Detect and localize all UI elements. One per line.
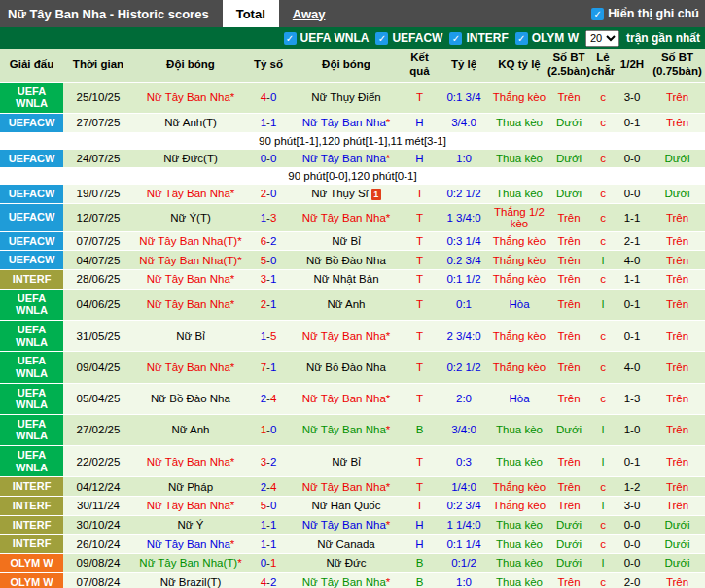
filter-checkbox-olym-w[interactable]: ✓OLYM W <box>515 31 579 45</box>
team-name: Nữ Ý <box>178 519 204 531</box>
match-date: 09/04/25 <box>63 352 133 383</box>
filter-checkbox-uefa-wnla[interactable]: ✓UEFA WNLA <box>284 31 370 45</box>
result-letter: T <box>404 321 436 352</box>
odd-even: c <box>591 113 615 132</box>
league-badge: UEFACW <box>0 185 63 204</box>
odd-even: c <box>591 572 615 588</box>
handicap-result: Thua kèo <box>492 572 546 588</box>
league-badge: OLYM W <box>0 572 63 588</box>
tab-away[interactable]: Away <box>279 0 339 27</box>
checkbox-checked-icon: ✓ <box>375 32 388 45</box>
league-badge: INTERF <box>0 515 63 535</box>
league-badge: UEFA WNLA <box>0 82 63 113</box>
filter-label: UEFACW <box>392 31 442 45</box>
away-goals: 0 <box>270 91 276 103</box>
show-notes-checkbox[interactable]: ✓ Hiển thị ghi chú <box>591 0 705 27</box>
team-name: Nữ Anh(T) <box>164 117 217 128</box>
home-team: Nữ Ý(T) <box>133 203 248 231</box>
home-team: Nữ Pháp <box>133 477 248 497</box>
column-header: 1/2H <box>615 49 650 82</box>
match-score: 0-0 <box>248 149 289 168</box>
away-team: Nữ Anh <box>289 289 404 320</box>
tracked-team-star: * <box>386 330 390 342</box>
team-name: Nữ Thụy Sĩ <box>311 188 369 199</box>
tab-total[interactable]: Total <box>223 0 279 27</box>
table-row: UEFA WNLA09/04/25Nữ Tây Ban Nha*7-1Nữ Bồ… <box>0 352 705 383</box>
odd-even: l <box>591 446 615 477</box>
tracked-team-star: * <box>237 255 241 266</box>
filter-checkbox-interf[interactable]: ✓INTERF <box>449 31 508 45</box>
home-team: Nữ Bồ Đào Nha <box>133 383 248 414</box>
result-letter: B <box>404 553 436 572</box>
match-note: 90 phút[0-0],120 phút[0-1] <box>0 168 705 185</box>
odd-even: c <box>591 535 615 554</box>
odd-even: c <box>591 515 615 535</box>
away-goals: 1 <box>270 519 276 531</box>
result-letter: H <box>404 149 436 168</box>
tracked-team-star: * <box>237 235 241 247</box>
odd-even: c <box>591 149 615 168</box>
handicap-ratio: 0:2 3/4 <box>436 497 492 516</box>
match-score: 2-4 <box>248 383 289 414</box>
away-team: Nữ Tây Ban Nha* <box>289 149 404 168</box>
checkbox-checked-icon: ✓ <box>515 32 528 45</box>
over-under-0-75: Trên <box>650 270 705 290</box>
match-date: 19/07/25 <box>63 185 133 204</box>
odd-even: c <box>591 82 615 113</box>
filter-label: UEFA WNLA <box>300 31 370 45</box>
filter-checkbox-uefacw[interactable]: ✓UEFACW <box>375 31 442 45</box>
handicap-result: Thắng kèo <box>492 352 546 383</box>
handicap-result: Thua kèo <box>492 113 546 132</box>
league-badge: OLYM W <box>0 553 63 572</box>
table-row: INTERF30/10/24Nữ Ý1-1Nữ Tây Ban Nha*H1 1… <box>0 515 705 535</box>
table-row: OLYM W09/08/24Nữ Tây Ban Nha(T)*0-1Nữ Đứ… <box>0 553 705 572</box>
away-goals: 2 <box>270 235 276 247</box>
team-name: Nữ Tây Ban Nha <box>302 212 386 224</box>
home-team: Nữ Anh(T) <box>133 113 248 132</box>
match-date: 27/02/25 <box>63 414 133 445</box>
league-badge: UEFACW <box>0 203 63 231</box>
team-name: Nữ Anh <box>327 298 365 310</box>
away-team: Nữ Tây Ban Nha* <box>289 572 404 588</box>
away-goals: 5 <box>270 330 276 342</box>
match-date: 04/07/25 <box>63 251 133 270</box>
odd-even: l <box>591 289 615 320</box>
away-team: Nữ Tây Ban Nha* <box>289 203 404 231</box>
half-time-score: 1-1 <box>615 203 650 231</box>
table-row: UEFACW07/07/25Nữ Tây Ban Nha(T)*6-2Nữ Bỉ… <box>0 231 705 251</box>
team-name: Nữ Đức(T) <box>163 153 218 164</box>
handicap-ratio: 2:0 <box>436 383 492 414</box>
half-time-score: 1-0 <box>615 414 650 445</box>
table-row: INTERF04/12/24Nữ Pháp2-4Nữ Tây Ban Nha*T… <box>0 477 705 497</box>
away-team: Nữ Hàn Quốc <box>289 497 404 516</box>
over-under-0-75: Trên <box>650 251 705 270</box>
tracked-team-star: * <box>230 188 234 199</box>
over-under-2-5: Trên <box>546 289 591 320</box>
over-under-2-5: Trên <box>546 82 591 113</box>
home-team: Nữ Tây Ban Nha(T)* <box>133 251 248 270</box>
over-under-2-5: Trên <box>546 203 591 231</box>
away-team: Nữ Thụy Sĩ1 <box>289 185 404 204</box>
handicap-ratio: 0:1 3/4 <box>436 82 492 113</box>
match-date: 28/06/25 <box>63 270 133 290</box>
over-under-2-5: Dưới <box>546 414 591 445</box>
match-count-select[interactable]: 20 <box>585 30 619 47</box>
away-goals: 1 <box>270 298 276 310</box>
over-under-0-75: Trên <box>650 289 705 320</box>
match-note: 90 phút[1-1],120 phút[1-1],11 mét[3-1] <box>0 132 705 149</box>
match-date: 04/06/25 <box>63 289 133 320</box>
table-row: OLYM W07/08/24Nữ Brazil(T)4-2Nữ Tây Ban … <box>0 572 705 588</box>
handicap-result: Thắng kèo <box>492 82 546 113</box>
away-team: Nữ Thụy Điển <box>289 82 404 113</box>
team-name: Nữ Anh <box>171 424 209 435</box>
league-badge: UEFACW <box>0 231 63 251</box>
red-card-icon: 1 <box>371 189 381 200</box>
away-team: Nữ Tây Ban Nha* <box>289 113 404 132</box>
result-letter: T <box>404 477 436 497</box>
table-row: UEFA WNLA22/02/25Nữ Tây Ban Nha*3-2Nữ Bỉ… <box>0 446 705 477</box>
team-name: Nữ Brazil(T) <box>160 576 222 588</box>
away-team: Nữ Tây Ban Nha* <box>289 414 404 445</box>
over-under-0-75: Trên <box>650 383 705 414</box>
filter-bar: ✓UEFA WNLA✓UEFACW✓INTERF✓OLYM W 20 trận … <box>0 27 705 49</box>
odd-even: c <box>591 185 615 204</box>
